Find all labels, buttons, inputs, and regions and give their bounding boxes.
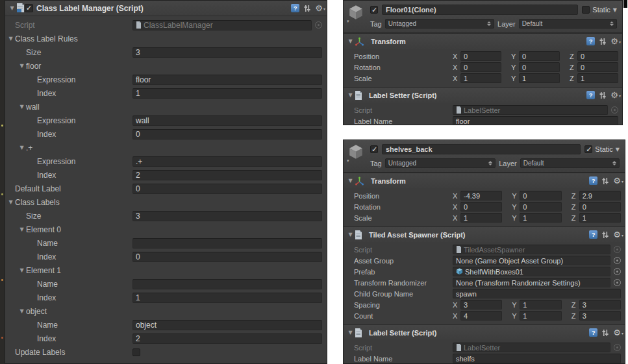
foldout-arrow-icon[interactable]: ▼ (346, 38, 355, 44)
field-value[interactable]: LabelSetter (453, 105, 608, 115)
field-value[interactable]: 2 (132, 334, 322, 344)
field-value[interactable]: 0 (460, 202, 502, 212)
static-checkbox[interactable] (584, 145, 592, 153)
foldout-arrow-icon[interactable]: ▼ (18, 145, 26, 151)
static-toggle[interactable]: Static ▼ (582, 6, 617, 14)
field-value[interactable]: 3 (132, 211, 322, 221)
field-label[interactable]: ▼wall (5, 103, 132, 112)
field-value[interactable]: 0 (520, 202, 561, 212)
object-picker-icon[interactable] (614, 257, 621, 264)
gameobject-cube-icon[interactable]: ▾ (347, 143, 366, 169)
field-label[interactable]: ▼Element 0 (5, 225, 132, 234)
field-value[interactable]: 0 (577, 62, 618, 72)
gameobject-name-field[interactable]: shelves_back (382, 144, 581, 154)
field-value[interactable]: shelfs (453, 354, 621, 363)
foldout-arrow-icon[interactable]: ▼ (346, 178, 355, 184)
foldout-arrow-icon[interactable]: ▼ (18, 226, 26, 232)
gear-icon[interactable]: ⚙▾ (613, 328, 621, 337)
foldout-arrow-icon[interactable]: ▼ (346, 232, 355, 237)
preset-icon[interactable] (599, 91, 607, 99)
foldout-arrow-icon[interactable]: ▼ (6, 36, 15, 42)
help-icon[interactable]: ? (589, 176, 597, 185)
field-value[interactable]: None (Transform Randomizer Settings) (453, 278, 610, 287)
gear-icon[interactable]: ⚙▾ (315, 4, 323, 12)
field-value[interactable]: LabelSetter (453, 343, 610, 352)
field-value[interactable]: 0 (132, 184, 322, 194)
field-value[interactable]: .+ (132, 156, 322, 167)
foldout-arrow-icon[interactable]: ▼ (18, 104, 26, 110)
field-value[interactable] (132, 238, 322, 249)
field-value[interactable]: 0 (520, 191, 561, 200)
field-value[interactable]: wall (132, 115, 322, 126)
preset-icon[interactable] (601, 177, 609, 185)
field-value[interactable]: 2.9 (579, 191, 621, 200)
field-value[interactable]: spawn (453, 289, 621, 298)
preset-icon[interactable] (601, 329, 609, 337)
update-labels-checkbox[interactable] (132, 348, 140, 356)
field-value[interactable]: 1 (520, 213, 561, 223)
static-checkbox[interactable] (582, 6, 590, 14)
field-label[interactable]: ▼.+ (5, 143, 132, 152)
field-value[interactable]: 1 (460, 73, 501, 83)
tag-dropdown[interactable]: Untagged (385, 158, 496, 168)
field-value[interactable]: 0 (519, 62, 560, 72)
object-picker-icon[interactable] (614, 268, 621, 275)
tag-dropdown[interactable]: Untagged (385, 19, 494, 29)
gear-icon[interactable]: ⚙▾ (613, 230, 621, 239)
field-value[interactable]: None (Game Object Asset Group) (453, 256, 610, 265)
gear-icon[interactable]: ⚙▾ (610, 37, 618, 45)
object-picker-icon[interactable] (611, 106, 618, 114)
foldout-arrow-icon[interactable]: ▼ (18, 267, 26, 273)
field-value[interactable]: 0 (132, 129, 322, 140)
foldout-arrow-icon[interactable]: ▼ (346, 330, 355, 335)
field-value[interactable]: 1 (577, 73, 618, 83)
field-value[interactable]: 0 (579, 202, 621, 212)
field-value[interactable]: TiledAssetSpawner (453, 245, 610, 254)
foldout-arrow-icon[interactable]: ▼ (18, 308, 26, 314)
foldout-arrow-icon[interactable]: ▼ (18, 63, 26, 69)
foldout-arrow-icon[interactable]: ▼ (6, 199, 15, 205)
field-value[interactable]: ShelfWithBoxes01 (453, 267, 610, 276)
field-value[interactable]: 1 (132, 88, 322, 99)
field-value[interactable]: 1 (460, 213, 502, 223)
field-label[interactable]: ▼object (5, 307, 132, 316)
field-value[interactable]: 2 (132, 170, 322, 180)
component-enabled-checkbox[interactable] (25, 4, 33, 12)
static-dropdown-arrow-icon[interactable]: ▼ (616, 147, 620, 152)
gear-icon[interactable]: ⚙▾ (610, 91, 618, 99)
field-value[interactable]: 1 (579, 213, 621, 223)
static-toggle[interactable]: Static ▼ (584, 145, 620, 153)
field-value[interactable]: 0 (519, 51, 560, 61)
field-label[interactable]: ▼Element 1 (5, 266, 132, 275)
field-value[interactable]: 0 (132, 252, 322, 262)
preset-icon[interactable] (599, 38, 607, 45)
field-value[interactable]: 1 (520, 311, 561, 321)
preset-icon[interactable] (303, 5, 311, 12)
preset-icon[interactable] (601, 231, 609, 239)
field-value[interactable]: 1 (519, 73, 560, 83)
field-value[interactable]: 3 (579, 300, 621, 309)
field-label[interactable]: ▼floor (5, 62, 132, 71)
help-icon[interactable]: ? (586, 91, 595, 99)
field-value[interactable]: 3 (460, 300, 502, 309)
field-value[interactable]: 3 (132, 47, 322, 58)
field-value[interactable]: 3 (579, 311, 621, 321)
field-label[interactable]: ▼Class Labels (5, 198, 132, 207)
field-label[interactable]: ▼Class Label Rules (5, 34, 132, 43)
gameobject-active-checkbox[interactable] (370, 145, 378, 153)
field-value[interactable]: -4.39 (460, 191, 502, 200)
field-value[interactable]: floor (453, 116, 618, 125)
gameobject-cube-icon[interactable]: ▾ (347, 4, 366, 29)
field-value[interactable]: floor (132, 75, 322, 85)
help-icon[interactable]: ? (589, 230, 597, 239)
field-value[interactable]: 0 (460, 62, 501, 72)
field-value[interactable]: 0 (577, 51, 618, 61)
field-value[interactable]: object (132, 320, 322, 330)
field-value[interactable]: 1 (520, 300, 561, 309)
gear-icon[interactable]: ⚙▾ (613, 176, 621, 185)
layer-dropdown[interactable]: Default (520, 158, 620, 168)
field-value[interactable] (132, 279, 322, 289)
gameobject-active-checkbox[interactable] (370, 6, 378, 14)
help-icon[interactable]: ? (589, 328, 597, 337)
static-dropdown-arrow-icon[interactable]: ▼ (613, 7, 617, 13)
